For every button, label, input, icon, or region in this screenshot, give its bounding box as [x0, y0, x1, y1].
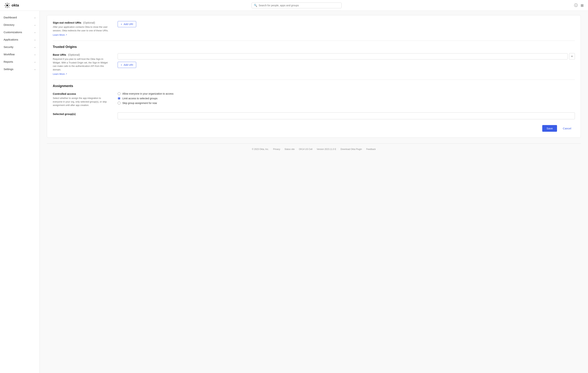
assignments-section: Assignments Controlled access Select whe… [53, 84, 575, 132]
grid-icon: ⊞ [581, 3, 584, 8]
sidebar-label-settings: Settings [4, 68, 13, 71]
sidebar-label-customizations: Customizations [4, 31, 22, 34]
base-uri-clear-button[interactable]: × [569, 53, 575, 60]
sidebar-item-applications[interactable]: Applications ⌄ [0, 36, 40, 43]
apps-grid-button[interactable]: ⊞ [581, 3, 584, 8]
sidebar-item-dashboard[interactable]: Dashboard ⌄ [0, 14, 40, 21]
controlled-access-label-col: Controlled access Select whether to assi… [53, 92, 110, 108]
sign-out-redirect-label-col: Sign-out redirect URIs (Optional) After … [53, 21, 110, 36]
chevron-down-icon: ⌄ [34, 53, 36, 56]
chevron-down-icon: ⌄ [34, 61, 36, 63]
sign-out-redirect-control: + Add URI [118, 21, 575, 27]
access-radio-group: Allow everyone in your organization to a… [118, 92, 575, 105]
search-input[interactable] [259, 4, 339, 7]
sidebar-item-directory[interactable]: Directory ⌄ [0, 21, 40, 29]
sidebar-label-security: Security [4, 45, 13, 48]
help-button[interactable]: ⓘ [574, 3, 578, 8]
section-divider-1 [53, 41, 575, 41]
base-uris-label: Base URIs (Optional) [53, 53, 110, 56]
trusted-origins-learn-more-link[interactable]: Learn More ↗ [53, 73, 67, 75]
sidebar-label-workflow: Workflow [4, 53, 15, 56]
footer-status-link[interactable]: Status site [284, 148, 294, 150]
chevron-down-icon: ⌄ [34, 24, 36, 26]
radio-everyone-input[interactable] [118, 92, 121, 95]
form-actions: Save Cancel [53, 125, 575, 132]
help-icon: ⓘ [574, 3, 578, 8]
radio-skip-input[interactable] [118, 102, 121, 105]
sign-out-redirect-label: Sign-out redirect URIs (Optional) [53, 21, 110, 24]
sidebar-label-directory: Directory [4, 23, 14, 26]
sidebar-item-reports[interactable]: Reports ⌄ [0, 58, 40, 65]
plus-icon: + [121, 23, 122, 26]
footer-version: Version 2023.11.0 E [317, 148, 336, 150]
sidebar-item-settings[interactable]: Settings ⌄ [0, 65, 40, 73]
chevron-down-icon: ⌄ [34, 68, 36, 70]
save-button[interactable]: Save [542, 125, 557, 132]
footer-cell-link[interactable]: OK14 US Cell [299, 148, 312, 150]
base-uri-add-uri-button[interactable]: + Add URI [118, 62, 136, 68]
sidebar: Dashboard ⌄ Directory ⌄ Customizations ⌄… [0, 11, 40, 373]
clear-icon: × [571, 55, 573, 58]
controlled-access-control: Allow everyone in your organization to a… [118, 92, 575, 105]
radio-selected-groups-label: Limit access to selected groups [122, 97, 158, 100]
footer-feedback-link[interactable]: Feedback [366, 148, 376, 150]
chevron-down-icon: ⌄ [34, 31, 36, 33]
trusted-origins-section: Trusted Origins Base URIs (Optional) Req… [53, 45, 575, 75]
search-icon: 🔍 [254, 4, 257, 7]
radio-selected-groups-input[interactable] [118, 97, 121, 100]
sidebar-label-dashboard: Dashboard [4, 16, 17, 19]
controlled-access-label: Controlled access [53, 92, 110, 95]
selected-groups-input[interactable] [118, 112, 575, 119]
base-uris-desc: Required if you plan to self-host the Ok… [53, 57, 110, 71]
svg-line-5 [5, 3, 6, 4]
global-search[interactable]: 🔍 [252, 2, 342, 8]
app-layout: Dashboard ⌄ Directory ⌄ Customizations ⌄… [0, 11, 588, 373]
main-content: Sign-out redirect URIs (Optional) After … [40, 11, 588, 373]
sign-out-redirect-desc: After your application contacts Okta to … [53, 25, 110, 32]
app-header: okta 🔍 ⓘ ⊞ [0, 0, 588, 11]
sidebar-label-reports: Reports [4, 60, 13, 63]
base-uris-label-col: Base URIs (Optional) Required if you pla… [53, 53, 110, 75]
sign-out-learn-more-link[interactable]: Learn More ↗ [53, 33, 67, 36]
svg-line-8 [5, 7, 6, 7]
chevron-down-icon: ⌄ [34, 16, 36, 19]
footer-copyright: © 2023 Okta, Inc. [252, 148, 269, 150]
section-divider-2 [53, 80, 575, 80]
base-uris-control: × + Add URI [118, 53, 575, 68]
footer-privacy-link[interactable]: Privacy [273, 148, 280, 150]
app-settings-card: Sign-out redirect URIs (Optional) After … [47, 15, 581, 138]
sidebar-item-workflow[interactable]: Workflow ⌄ [0, 51, 40, 58]
base-uris-row: Base URIs (Optional) Required if you pla… [53, 53, 575, 75]
radio-everyone-label: Allow everyone in your organization to a… [122, 92, 173, 95]
okta-sunburst-icon [4, 2, 10, 8]
radio-everyone[interactable]: Allow everyone in your organization to a… [118, 92, 575, 95]
footer-plugin-link[interactable]: Download Okta Plugin [340, 148, 362, 150]
cancel-button[interactable]: Cancel [559, 125, 575, 132]
chevron-down-icon: ⌄ [34, 38, 36, 41]
sign-out-redirect-section: Sign-out redirect URIs (Optional) After … [53, 21, 575, 36]
base-uri-input-row: × [118, 53, 575, 60]
base-uri-input[interactable] [118, 53, 568, 59]
svg-line-7 [9, 3, 9, 4]
okta-wordmark: okta [11, 3, 19, 7]
okta-logo: okta [4, 2, 19, 8]
radio-selected-groups[interactable]: Limit access to selected groups [118, 97, 575, 100]
sign-out-add-uri-button[interactable]: + Add URI [118, 21, 136, 27]
trusted-origins-title: Trusted Origins [53, 45, 575, 49]
selected-groups-label: Selected group(s) [53, 112, 110, 116]
selected-groups-row: Selected group(s) [53, 112, 575, 119]
sidebar-item-customizations[interactable]: Customizations ⌄ [0, 29, 40, 36]
radio-skip-label: Skip group assignment for now [122, 102, 157, 105]
external-link-icon: ↗ [65, 34, 67, 36]
radio-skip[interactable]: Skip group assignment for now [118, 102, 575, 105]
plus-icon: + [121, 64, 122, 66]
header-icons: ⓘ ⊞ [574, 3, 584, 8]
sidebar-item-security[interactable]: Security ⌄ [0, 43, 40, 51]
svg-line-6 [9, 7, 9, 7]
page-footer: © 2023 Okta, Inc. Privacy Status site OK… [47, 143, 581, 153]
controlled-access-desc: Select whether to assign the app integra… [53, 96, 110, 107]
svg-point-0 [6, 4, 8, 6]
header-left: okta [4, 2, 19, 8]
external-link-icon: ↗ [65, 73, 67, 75]
sidebar-label-applications: Applications [4, 38, 18, 41]
